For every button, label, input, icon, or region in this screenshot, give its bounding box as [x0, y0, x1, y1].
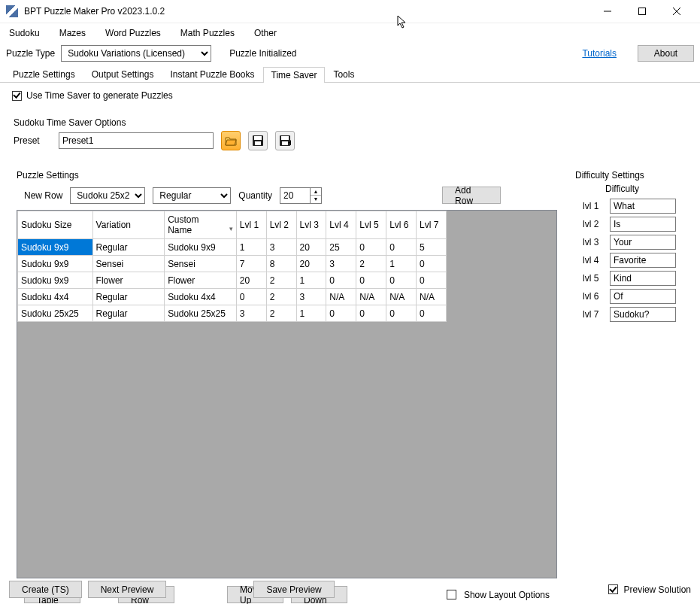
table-cell[interactable]: Regular [92, 239, 165, 256]
table-header[interactable]: Lvl 3 [296, 211, 326, 239]
table-cell[interactable]: 3 [266, 239, 296, 256]
table-cell[interactable]: 20 [296, 256, 326, 272]
table-cell[interactable]: Flower [165, 272, 237, 289]
new-row-size-select[interactable]: Sudoku 25x25 [70, 187, 145, 204]
window-close-button[interactable] [659, 0, 694, 23]
table-cell[interactable]: Sudoku 9x9 [18, 256, 93, 272]
table-cell[interactable]: 2 [266, 272, 296, 289]
preset-save-button[interactable] [248, 131, 268, 150]
menu-math-puzzles[interactable]: Math Puzzles [177, 25, 238, 41]
table-cell[interactable]: 5 [417, 239, 447, 256]
table-cell[interactable]: 2 [266, 305, 296, 322]
quantity-input[interactable] [280, 187, 310, 204]
table-row[interactable]: Sudoku 9x9SenseiSensei78203210 [18, 256, 447, 272]
difficulty-level-input[interactable] [610, 289, 676, 304]
tab-output-settings[interactable]: Output Settings [83, 66, 162, 82]
puzzle-table[interactable]: Sudoku SizeVariationCustomName▾Lvl 1Lvl … [17, 210, 557, 578]
menu-word-puzzles[interactable]: Word Puzzles [102, 25, 164, 41]
window-minimize-button[interactable] [590, 0, 625, 23]
table-row[interactable]: Sudoku 4x4RegularSudoku 4x4023N/AN/AN/AN… [18, 289, 447, 305]
table-header[interactable]: Lvl 2 [266, 211, 296, 239]
tab-time-saver[interactable]: Time Saver [263, 67, 326, 83]
table-cell[interactable]: 1 [296, 272, 326, 289]
quantity-stepper[interactable]: ▲▼ [310, 187, 322, 204]
table-cell[interactable]: 0 [356, 272, 386, 289]
save-preview-button[interactable]: Save Preview [253, 581, 334, 598]
table-cell[interactable]: Sudoku 9x9 [18, 239, 93, 256]
table-header[interactable]: Lvl 5 [356, 211, 386, 239]
table-cell[interactable]: N/A [326, 289, 356, 305]
table-cell[interactable]: 0 [356, 239, 386, 256]
add-row-button[interactable]: Add Row [442, 187, 501, 204]
menu-mazes[interactable]: Mazes [56, 25, 89, 41]
table-cell[interactable]: 0 [326, 305, 356, 322]
table-cell[interactable]: 2 [266, 289, 296, 305]
table-cell[interactable]: 0 [417, 256, 447, 272]
tutorials-link[interactable]: Tutorials [582, 48, 617, 59]
table-cell[interactable]: 0 [326, 272, 356, 289]
table-header[interactable]: Sudoku Size [18, 211, 93, 239]
create-button[interactable]: Create (TS) [9, 581, 82, 598]
difficulty-level-input[interactable] [610, 199, 676, 214]
difficulty-level-input[interactable] [610, 217, 676, 232]
table-row[interactable]: Sudoku 25x25RegularSudoku 25x253210000 [18, 305, 447, 322]
use-time-saver-checkbox[interactable] [12, 91, 22, 101]
table-header[interactable]: Variation [92, 211, 165, 239]
table-cell[interactable]: Regular [92, 289, 165, 305]
table-cell[interactable]: 25 [326, 239, 356, 256]
table-cell[interactable]: Sudoku 25x25 [165, 305, 237, 322]
table-header[interactable]: Lvl 6 [386, 211, 417, 239]
table-row[interactable]: Sudoku 9x9FlowerFlower20210000 [18, 272, 447, 289]
table-cell[interactable]: 0 [236, 289, 266, 305]
menu-sudoku[interactable]: Sudoku [6, 25, 43, 41]
table-cell[interactable]: Flower [92, 272, 165, 289]
table-cell[interactable]: 8 [266, 256, 296, 272]
table-cell[interactable]: Sensei [92, 256, 165, 272]
table-cell[interactable]: Sudoku 4x4 [165, 289, 237, 305]
table-cell[interactable]: 3 [236, 305, 266, 322]
next-preview-button[interactable]: Next Preview [88, 581, 167, 598]
table-cell[interactable]: 2 [356, 256, 386, 272]
difficulty-level-input[interactable] [610, 235, 676, 250]
preset-input[interactable] [59, 132, 214, 149]
table-cell[interactable]: N/A [386, 289, 417, 305]
table-cell[interactable]: 0 [356, 305, 386, 322]
table-header[interactable]: Lvl 4 [326, 211, 356, 239]
table-cell[interactable]: 0 [417, 305, 447, 322]
difficulty-level-input[interactable] [610, 307, 676, 322]
table-cell[interactable]: Sudoku 9x9 [18, 272, 93, 289]
table-header[interactable]: Lvl 1 [236, 211, 266, 239]
table-row[interactable]: Sudoku 9x9RegularSudoku 9x9132025005 [18, 239, 447, 256]
table-cell[interactable]: 1 [386, 256, 417, 272]
difficulty-level-input[interactable] [610, 271, 676, 286]
table-cell[interactable]: N/A [417, 289, 447, 305]
table-cell[interactable]: Sudoku 4x4 [18, 289, 93, 305]
table-cell[interactable]: 0 [386, 272, 417, 289]
table-cell[interactable]: 3 [326, 256, 356, 272]
table-cell[interactable]: Sudoku 25x25 [18, 305, 93, 322]
table-cell[interactable]: Sensei [165, 256, 237, 272]
preview-solution-checkbox[interactable] [608, 584, 618, 594]
table-cell[interactable]: Sudoku 9x9 [165, 239, 237, 256]
preset-save-as-button[interactable]: + [275, 131, 295, 150]
table-cell[interactable]: 3 [296, 289, 326, 305]
table-cell[interactable]: 7 [236, 256, 266, 272]
puzzle-type-select[interactable]: Sudoku Variations (Licensed) [61, 45, 211, 62]
table-cell[interactable]: 20 [236, 272, 266, 289]
preset-open-button[interactable] [221, 131, 241, 150]
new-row-variation-select[interactable]: Regular [153, 187, 231, 204]
table-cell[interactable]: 0 [386, 305, 417, 322]
tab-puzzle-settings[interactable]: Puzzle Settings [5, 66, 83, 82]
tab-instant-puzzle-books[interactable]: Instant Puzzle Books [162, 66, 262, 82]
difficulty-level-input[interactable] [610, 253, 676, 268]
window-maximize-button[interactable] [625, 0, 659, 23]
table-cell[interactable]: 20 [296, 239, 326, 256]
table-cell[interactable]: 1 [296, 305, 326, 322]
tab-tools[interactable]: Tools [325, 66, 362, 82]
table-cell[interactable]: 0 [386, 239, 417, 256]
table-cell[interactable]: N/A [356, 289, 386, 305]
table-cell[interactable]: 0 [417, 272, 447, 289]
menu-other[interactable]: Other [251, 25, 280, 41]
about-button[interactable]: About [638, 45, 694, 62]
table-header[interactable]: Lvl 7 [417, 211, 447, 239]
